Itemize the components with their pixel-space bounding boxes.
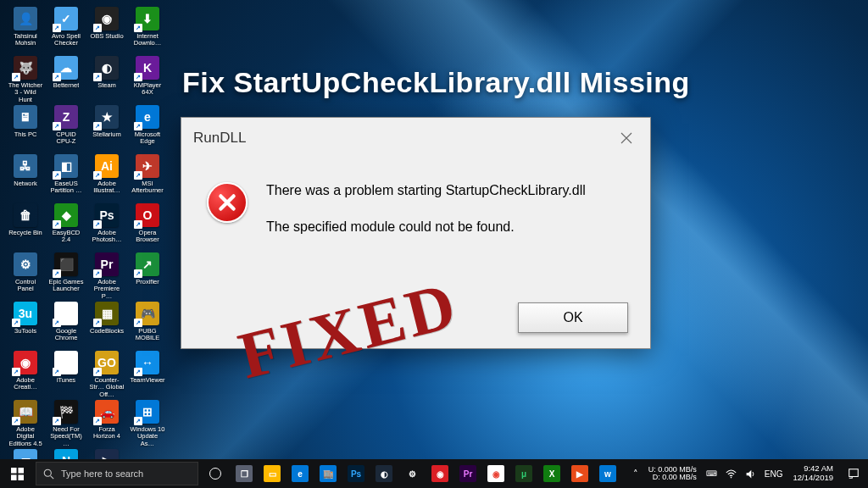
desktop-icon[interactable]: Ps↗Adobe Photosh… <box>88 203 125 252</box>
desktop-icon[interactable]: ◆↗EasyBCD 2.4 <box>47 203 85 252</box>
app-icon: ▶ <box>571 465 588 482</box>
taskbar-app-button[interactable]: 🏬 <box>314 459 342 488</box>
app-icon: ☁↗ <box>54 56 78 80</box>
desktop-icon[interactable]: ⬇↗Internet Downlo… <box>129 7 166 56</box>
close-button[interactable] <box>615 126 638 150</box>
taskbar-app-button[interactable]: ⚙ <box>398 459 426 488</box>
desktop-icon[interactable]: 🖧Network <box>7 154 44 203</box>
taskbar-app-button[interactable]: Pr <box>454 459 481 488</box>
desktop-icon[interactable]: ◉↗OBS Studio <box>88 7 125 56</box>
app-icon: GO↗ <box>95 351 119 374</box>
app-icon: ❐ <box>236 465 253 482</box>
icon-label: TeamViewer <box>130 377 164 384</box>
taskbar-app-button[interactable]: Ps <box>342 459 370 488</box>
app-icon: 🚗↗ <box>95 400 119 424</box>
icon-label: Network <box>14 180 37 187</box>
taskbar-app-button[interactable]: e <box>287 459 314 488</box>
icon-label: OBS Studio <box>90 33 123 40</box>
svg-rect-1 <box>18 468 24 474</box>
dialog-message-line1: There was a problem starting StartupChec… <box>266 182 586 200</box>
tray-overflow-button[interactable]: ˄ <box>628 469 643 480</box>
desktop-icon[interactable]: ★↗Stellarium <box>88 105 125 154</box>
app-icon: 👤 <box>14 7 37 30</box>
desktop-icon[interactable]: ◉↗Google Chrome <box>47 302 85 351</box>
desktop-icon[interactable]: 🚗↗Forza Horizon 4 <box>88 400 125 449</box>
icon-label: Stellarium <box>92 131 120 138</box>
desktop-icon[interactable]: Z↗CPUID CPU-Z <box>47 105 85 154</box>
desktop-icon[interactable]: 📖↗Adobe Digital Editions 4.5 <box>7 400 44 449</box>
app-icon: e <box>292 465 309 482</box>
icon-label: Avro Spell Checker <box>48 33 84 47</box>
ok-button[interactable]: OK <box>518 302 628 333</box>
desktop-icon[interactable]: 🖥This PC <box>7 105 44 154</box>
desktop-icon[interactable]: Pr↗Adobe Premiere P… <box>88 252 125 302</box>
svg-rect-3 <box>18 474 24 480</box>
desktop-icon[interactable]: O↗Opera Browser <box>129 203 166 252</box>
icon-label: Adobe Creati… <box>8 377 43 391</box>
desktop-icon[interactable]: 🏁↗Need For Speed(TM) … <box>47 400 85 449</box>
icon-label: Opera Browser <box>130 230 165 244</box>
taskbar-app-button[interactable]: ❐ <box>231 459 258 488</box>
desktop-icon[interactable]: ⬛↗Epic Games Launcher <box>47 252 85 302</box>
desktop-icon[interactable]: ✈↗MSI Afterburner <box>129 154 166 203</box>
taskbar-app-button[interactable]: ▶ <box>566 459 593 488</box>
start-button[interactable] <box>0 459 34 488</box>
app-icon: O↗ <box>136 203 159 227</box>
desktop-icon[interactable]: GO↗Counter-Str… Global Off… <box>88 351 125 400</box>
desktop-icon[interactable]: ⊞↗Windows 10 Update As… <box>129 400 166 449</box>
cortana-icon <box>209 468 221 480</box>
notifications-button[interactable] <box>839 468 868 480</box>
desktop-icon[interactable]: ◉↗Adobe Creati… <box>7 351 44 400</box>
tray-clock[interactable]: 9:42 AM12/14/2019 <box>787 464 839 483</box>
windows-icon <box>11 468 24 480</box>
desktop-icon[interactable]: ♪↗iTunes <box>47 351 85 400</box>
app-icon: 🏁↗ <box>54 400 78 424</box>
app-icon: Pr <box>459 465 476 482</box>
desktop-icon[interactable]: ◧↗EaseUS Partition … <box>47 154 85 203</box>
tray-wifi-icon[interactable] <box>721 469 741 480</box>
icon-label: Counter-Str… Global Off… <box>89 377 125 398</box>
desktop-icon[interactable]: Ai↗Adobe Illustrat… <box>88 154 125 203</box>
desktop-icon[interactable]: 3u↗3uTools <box>7 302 44 351</box>
taskbar-app-button[interactable]: μ <box>510 459 537 488</box>
taskbar-app-button[interactable]: ▭ <box>259 459 286 488</box>
icon-label: Adobe Photosh… <box>89 230 125 244</box>
desktop-icon[interactable]: 🐺↗The Witcher 3 - Wild Hunt <box>7 56 44 105</box>
app-icon: ◧↗ <box>54 154 78 178</box>
taskbar-app-button[interactable]: ◐ <box>370 459 398 488</box>
app-icon: Z↗ <box>54 105 78 129</box>
desktop-icon[interactable]: ✓↗Avro Spell Checker <box>47 7 85 56</box>
tray-keyboard-icon[interactable]: ⌨ <box>702 469 721 478</box>
desktop-icon[interactable]: 🎮↗PUBG MOBILE <box>129 302 166 351</box>
desktop-icon[interactable]: 🗑Recycle Bin <box>7 203 44 252</box>
desktop: 👤Tahsinul Mohsin✓↗Avro Spell Checker◉↗OB… <box>0 0 868 488</box>
icon-label: PUBG MOBILE <box>130 328 165 342</box>
tray-language[interactable]: ENG <box>760 469 787 479</box>
desktop-icon[interactable]: 👤Tahsinul Mohsin <box>7 7 44 56</box>
taskbar-app-button[interactable]: w <box>594 459 621 488</box>
app-icon: ⬇↗ <box>136 7 159 30</box>
desktop-icon[interactable]: ↗↗Proxifier <box>129 252 166 302</box>
taskbar-app-button[interactable]: ◉ <box>482 459 509 488</box>
taskbar-app-button[interactable]: ◉ <box>426 459 453 488</box>
error-icon <box>207 182 248 223</box>
desktop-icon[interactable]: e↗Microsoft Edge <box>129 105 166 154</box>
svg-line-5 <box>51 475 54 479</box>
search-icon <box>43 469 54 480</box>
taskbar-app-button[interactable]: X <box>538 459 565 488</box>
desktop-icon[interactable]: ↔↗TeamViewer <box>129 351 166 400</box>
icon-label: EasyBCD 2.4 <box>48 230 84 244</box>
cortana-button[interactable] <box>203 462 227 485</box>
desktop-icon[interactable]: ◐↗Steam <box>88 56 125 105</box>
search-box[interactable]: Type here to search <box>36 462 198 485</box>
desktop-icon[interactable]: K↗KMPlayer 64X <box>129 56 166 105</box>
desktop-icon[interactable]: ☁↗Betternet <box>47 56 85 105</box>
tray-volume-icon[interactable] <box>741 469 760 480</box>
icon-label: 3uTools <box>14 328 36 335</box>
icon-label: Betternet <box>53 82 79 89</box>
desktop-icon[interactable]: ⚙Control Panel <box>7 252 44 302</box>
icon-label: CodeBlocks <box>90 328 124 335</box>
overlay-headline: Fix StartUpCheckLibrary.dll Missing <box>182 66 690 99</box>
app-icon: e↗ <box>136 105 159 129</box>
desktop-icon[interactable]: ▦↗CodeBlocks <box>88 302 125 351</box>
